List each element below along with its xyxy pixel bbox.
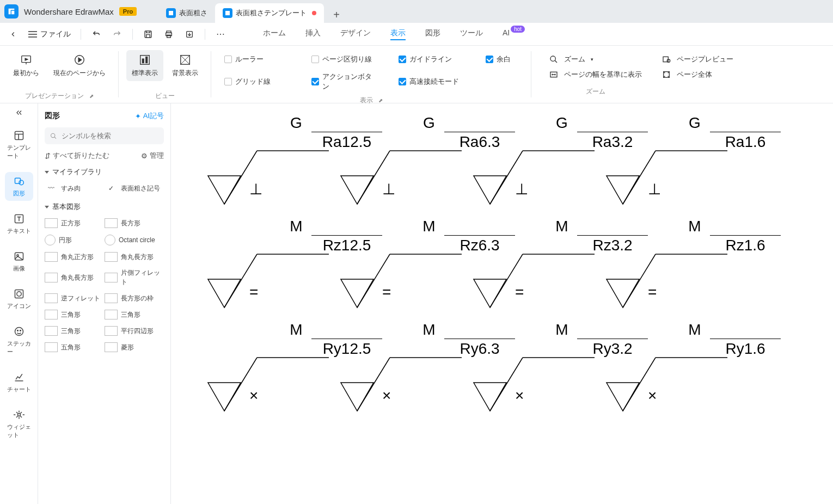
section-my-library[interactable]: マイライブラリ [45,167,164,177]
more-button[interactable]: ⋯ [215,29,226,40]
collapse-all[interactable]: ⇵ すべて折りたたむ [45,151,109,161]
rail-collapse[interactable] [11,108,27,118]
undo-button[interactable] [91,29,102,40]
tab-doc-0[interactable]: 表面粗さ [158,3,215,23]
surface-roughness-symbol[interactable]: M Ry12.5 × [204,321,334,408]
section-basic-shapes[interactable]: 基本図形 [45,202,164,212]
rail-image[interactable]: 画像 [5,247,33,276]
check-actionbtn[interactable]: アクションボタン [311,72,377,91]
list-item[interactable]: 〰すみ肉 [45,181,103,195]
file-menu[interactable]: ファイル [28,29,71,39]
svg-marker-71 [341,383,373,411]
menu-tool[interactable]: ツール [460,28,483,40]
svg-point-39 [17,414,20,416]
svg-marker-62 [474,279,506,308]
list-item[interactable]: 三角形 [45,324,103,338]
rail-shape[interactable]: 図形 [5,172,33,201]
canvas[interactable]: G Ra12.5 ⊥ G Ra6.3 ⊥ G Ra3.2 [171,103,833,504]
svg-point-38 [20,330,21,331]
search-icon [50,132,57,140]
check-fastconnect[interactable]: 高速接続モード [399,72,464,91]
svg-rect-0 [169,11,173,15]
list-item[interactable]: 角丸正方形 [45,250,103,264]
export-button[interactable] [184,29,195,40]
back-button[interactable] [8,29,19,40]
zoom-preview[interactable]: ページプレビュー [661,54,733,64]
pro-badge: Pro [119,7,137,16]
print-button[interactable] [163,29,174,40]
zoom-menu[interactable]: ズーム ▾ [549,54,642,64]
menu-shape[interactable]: 図形 [425,28,440,40]
menu-view[interactable]: 表示 [390,28,406,40]
check-grid[interactable]: グリッド線 [224,72,290,91]
surface-roughness-symbol[interactable]: G Ra6.3 ⊥ [336,114,467,201]
shapes-panel-title: 図形 [45,111,60,121]
list-item[interactable]: 逆フィレット [45,291,103,305]
tab-dirty-dot [312,11,316,15]
surface-roughness-symbol[interactable]: M Rz6.3 = [336,218,467,305]
svg-point-36 [15,328,23,336]
surface-roughness-symbol[interactable]: M Ry1.6 × [602,321,733,408]
tab-label: 表面粗さ [179,8,207,18]
svg-line-41 [54,137,56,138]
present-from-current[interactable]: 現在のページから [48,50,111,81]
list-item[interactable]: 正方形 [45,216,103,230]
list-item[interactable]: 長方形 [105,216,163,230]
surface-roughness-symbol[interactable]: G Ra1.6 ⊥ [602,114,733,201]
list-item[interactable]: 角丸長方形 [105,250,163,264]
rail-sticker[interactable]: ステッカー [5,322,33,359]
svg-rect-13 [140,56,150,65]
rail-chart[interactable]: チャート [5,368,33,397]
ai-symbol-button[interactable]: ✦ AI記号 [135,111,164,121]
check-guideline[interactable]: ガイドライン [399,54,464,64]
tab-add-button[interactable]: + [328,7,345,23]
list-item[interactable]: 長方形の枠 [105,291,163,305]
menu-design[interactable]: デザイン [340,28,371,40]
list-item[interactable]: ✓表面粗さ記号 [105,181,163,195]
list-item[interactable]: 角丸長方形 [45,266,103,289]
svg-marker-65 [607,279,639,308]
list-item[interactable]: 平行四辺形 [105,324,163,338]
list-item[interactable]: 円形 [45,232,103,248]
menu-insert[interactable]: 挿入 [305,28,321,40]
view-standard[interactable]: 標準表示 [126,50,163,81]
surface-roughness-symbol[interactable]: M Ry3.2 × [469,321,600,408]
shape-search-input[interactable] [62,132,158,140]
ribbon-expand-icon[interactable]: ⬈ [378,97,383,103]
check-ruler[interactable]: ルーラー [224,54,290,64]
list-item[interactable]: 三角形 [45,308,103,322]
zoom-whole-page[interactable]: ページ全体 [661,70,733,79]
ribbon-expand-icon[interactable]: ⬈ [89,93,94,99]
menu-ai[interactable]: AIhot [503,28,525,40]
rail-icon[interactable]: アイコン [5,285,33,314]
rail-template[interactable]: テンプレート [5,126,33,163]
menu-home[interactable]: ホーム [263,28,286,40]
shape-search[interactable] [45,127,164,144]
manage-shapes[interactable]: ⚙ 管理 [141,151,164,161]
rail-widget[interactable]: ウィジェット [5,405,33,442]
surface-roughness-symbol[interactable]: G Ra3.2 ⊥ [469,114,600,201]
tab-doc-1[interactable]: 表面粗さテンプレート [215,3,324,23]
zoom-fit-width[interactable]: ページの幅を基準に表示 [549,70,642,79]
surface-roughness-symbol[interactable]: M Rz1.6 = [602,218,733,305]
list-item[interactable]: 菱形 [105,340,163,354]
surface-roughness-symbol[interactable]: M Rz12.5 = [204,218,334,305]
surface-roughness-symbol[interactable]: M Rz3.2 = [469,218,600,305]
rail-text[interactable]: テキスト [5,210,33,238]
list-item[interactable]: 三角形 [105,308,163,322]
view-background[interactable]: 背景表示 [167,50,204,81]
file-menu-label: ファイル [40,29,71,39]
save-button[interactable] [143,29,154,40]
surface-roughness-symbol[interactable]: G Ra12.5 ⊥ [204,114,334,201]
svg-marker-59 [341,279,373,308]
list-item[interactable]: 五角形 [45,340,103,354]
list-item[interactable]: Octant circle [105,232,163,248]
check-pagebreak[interactable]: ページ区切り線 [311,54,377,64]
list-item[interactable]: 片側フィレット [105,266,163,289]
svg-marker-68 [208,383,241,411]
redo-button[interactable] [112,29,122,40]
present-from-start[interactable]: 最初から [8,50,45,81]
svg-marker-56 [208,279,241,308]
surface-roughness-symbol[interactable]: M Ry6.3 × [336,321,467,408]
check-margin[interactable]: 余白 [486,54,518,64]
